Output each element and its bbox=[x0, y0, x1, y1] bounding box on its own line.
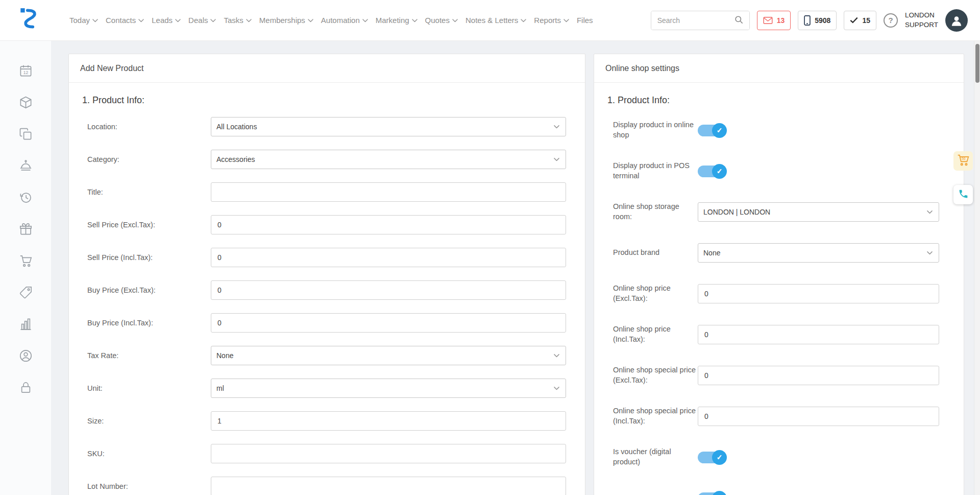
floating-phone-button[interactable] bbox=[953, 185, 973, 204]
online-shop-storage-room-select[interactable]: LONDON | LONDON bbox=[698, 202, 939, 222]
nav-item-quotes[interactable]: Quotes bbox=[425, 16, 458, 25]
app-logo[interactable] bbox=[16, 7, 43, 34]
nav-item-automation[interactable]: Automation bbox=[321, 16, 368, 25]
add-new-product-title: Add New Product bbox=[69, 54, 585, 83]
display-product-in-pos-terminal-toggle[interactable]: ✓ bbox=[698, 166, 726, 177]
calls-badge[interactable]: 5908 bbox=[798, 11, 837, 30]
tax-rate-select[interactable]: None bbox=[211, 346, 566, 365]
nav-item-label: Automation bbox=[321, 16, 360, 25]
field-row-sell-price-excl-tax: Sell Price (Excl.Tax): bbox=[69, 215, 585, 234]
online-shop-price-incl-tax-input[interactable] bbox=[698, 325, 939, 344]
topbar-badges: 13590815 bbox=[757, 11, 876, 30]
field-row-tax-rate: Tax Rate:None bbox=[69, 346, 585, 365]
nav-item-memberships[interactable]: Memberships bbox=[259, 16, 313, 25]
online-shop-special-price-excl-tax-label: Online shop special price (Excl.Tax): bbox=[613, 365, 698, 385]
field-row-online-shop-special-price-incl-tax: Online shop special price (Incl.Tax): bbox=[594, 403, 964, 430]
partial-row-9-toggle[interactable]: ✓ bbox=[698, 492, 726, 495]
floating-cart-button[interactable]: 56 bbox=[953, 151, 973, 171]
nav-item-label: Marketing bbox=[376, 16, 409, 25]
location-select[interactable]: All Locations bbox=[211, 117, 566, 136]
nav-item-today[interactable]: Today bbox=[69, 16, 98, 25]
lot-number-label: Lot Number: bbox=[87, 482, 211, 490]
sell-price-excl-tax-input[interactable] bbox=[211, 215, 566, 234]
add-new-product-body: 1. Product Info: Location:All LocationsC… bbox=[69, 83, 585, 495]
nav-item-label: Reports bbox=[534, 16, 561, 25]
sidebar-item-products[interactable] bbox=[18, 96, 33, 110]
nav-item-marketing[interactable]: Marketing bbox=[376, 16, 418, 25]
sidebar-item-gifts[interactable] bbox=[18, 223, 33, 237]
nav-item-tasks[interactable]: Tasks bbox=[224, 16, 251, 25]
field-row-online-shop-special-price-excl-tax: Online shop special price (Excl.Tax): bbox=[594, 362, 964, 389]
sku-input[interactable] bbox=[211, 444, 566, 463]
buy-price-excl-tax-input[interactable] bbox=[211, 280, 566, 300]
online-shop-special-price-excl-tax-input[interactable] bbox=[698, 366, 939, 385]
buy-price-incl-tax-label: Buy Price (Incl.Tax): bbox=[87, 319, 211, 327]
chevron-down-icon bbox=[92, 19, 98, 22]
messages-badge[interactable]: 13 bbox=[757, 11, 791, 30]
nav-item-deals[interactable]: Deals bbox=[188, 16, 216, 25]
sidebar-item-shop[interactable] bbox=[18, 254, 33, 269]
field-row-unit: Unit:ml bbox=[69, 379, 585, 398]
sidebar-item-copy[interactable] bbox=[18, 128, 33, 142]
display-product-in-online-shop-toggle[interactable]: ✓ bbox=[698, 125, 726, 136]
chart-icon bbox=[19, 317, 33, 333]
buy-price-incl-tax-input[interactable] bbox=[211, 313, 566, 333]
buy-price-excl-tax-label: Buy Price (Excl.Tax): bbox=[87, 286, 211, 294]
cart-icon bbox=[19, 254, 33, 270]
main-nav: TodayContactsLeadsDealsTasksMembershipsA… bbox=[69, 16, 593, 25]
title-input[interactable] bbox=[211, 182, 566, 202]
user-avatar[interactable] bbox=[945, 9, 968, 32]
unit-select[interactable]: ml bbox=[211, 379, 566, 398]
search-input[interactable] bbox=[651, 11, 729, 30]
nav-item-files[interactable]: Files bbox=[577, 16, 593, 25]
sidebar-item-reports[interactable] bbox=[18, 318, 33, 332]
nav-item-label: Quotes bbox=[425, 16, 450, 25]
nav-item-label: Files bbox=[577, 16, 593, 25]
nav-item-notes-letters[interactable]: Notes & Letters bbox=[465, 16, 526, 25]
scrollbar[interactable] bbox=[974, 41, 980, 495]
help-button[interactable]: ? bbox=[884, 13, 898, 28]
sell-price-incl-tax-input[interactable] bbox=[211, 248, 566, 267]
logo-icon bbox=[17, 7, 42, 34]
chevron-down-icon bbox=[210, 19, 216, 22]
sidebar-item-services[interactable] bbox=[18, 159, 33, 174]
sidebar-item-history[interactable] bbox=[18, 191, 33, 205]
product-brand-select[interactable]: None bbox=[698, 243, 939, 263]
field-row-size: Size: bbox=[69, 411, 585, 431]
nav-item-label: Contacts bbox=[106, 16, 136, 25]
sidebar-item-support[interactable] bbox=[18, 349, 33, 364]
category-select[interactable]: Accessories bbox=[211, 150, 566, 169]
sidebar-item-pricing[interactable] bbox=[18, 286, 33, 300]
chevron-down-icon bbox=[412, 19, 418, 22]
sidebar-item-security[interactable] bbox=[18, 381, 33, 395]
lot-number-input[interactable] bbox=[211, 477, 566, 495]
left-sidebar: 12 bbox=[0, 41, 51, 495]
top-right-cluster: 13590815 ? LONDON SUPPORT bbox=[651, 9, 968, 32]
sidebar-item-calendar[interactable]: 12 bbox=[18, 64, 33, 79]
add-product-form: Location:All LocationsCategory:Accessori… bbox=[69, 117, 585, 495]
field-row-buy-price-excl-tax: Buy Price (Excl.Tax): bbox=[69, 280, 585, 300]
nav-item-contacts[interactable]: Contacts bbox=[106, 16, 144, 25]
search-button[interactable] bbox=[729, 11, 749, 30]
svg-text:56: 56 bbox=[962, 157, 966, 160]
online-shop-price-incl-tax-label: Online shop price (Incl.Tax): bbox=[613, 324, 698, 344]
nav-item-leads[interactable]: Leads bbox=[152, 16, 181, 25]
nav-item-reports[interactable]: Reports bbox=[534, 16, 569, 25]
size-input[interactable] bbox=[211, 411, 566, 431]
title-label: Title: bbox=[87, 188, 211, 196]
online-shop-form: Display product in online shop✓Display p… bbox=[594, 117, 964, 495]
field-row-lot-number: Lot Number: bbox=[69, 477, 585, 495]
cart-icon: 56 bbox=[957, 153, 970, 169]
chevron-down-icon bbox=[246, 19, 252, 22]
check-icon: ✓ bbox=[717, 454, 723, 461]
field-row-product-brand: Product brandNone bbox=[594, 240, 964, 266]
question-icon: ? bbox=[888, 16, 893, 25]
scrollbar-thumb[interactable] bbox=[975, 44, 979, 83]
online-shop-special-price-incl-tax-input[interactable] bbox=[698, 407, 939, 426]
toggle-knob: ✓ bbox=[712, 491, 727, 495]
display-product-in-pos-terminal-label: Display product in POS terminal bbox=[613, 161, 698, 181]
field-row-partial-row-9: ✓ bbox=[594, 485, 964, 495]
tasks-badge[interactable]: 15 bbox=[844, 11, 876, 30]
online-shop-price-excl-tax-input[interactable] bbox=[698, 284, 939, 303]
is-voucher-digital-product-toggle[interactable]: ✓ bbox=[698, 452, 726, 463]
